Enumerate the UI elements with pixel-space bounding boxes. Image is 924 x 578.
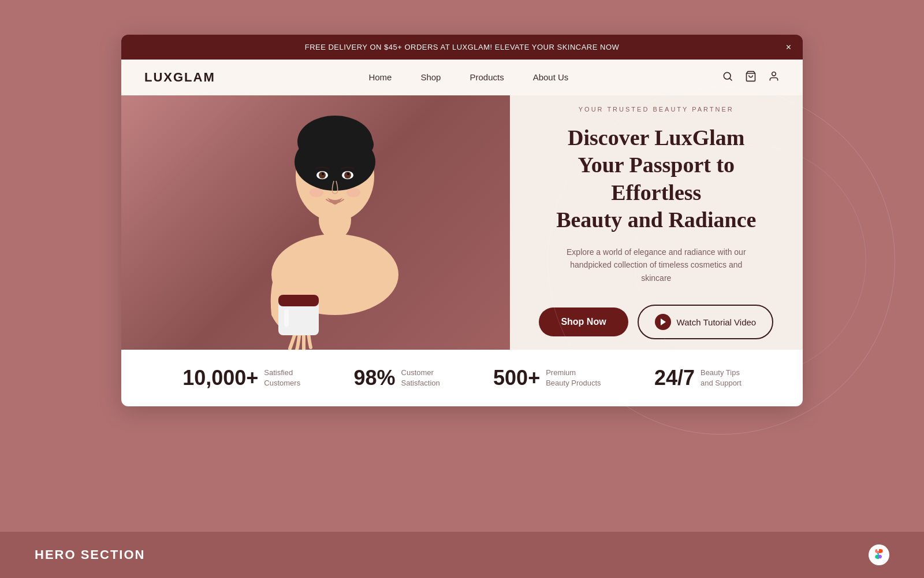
woman-illustration <box>237 107 433 350</box>
announcement-text: FREE DELIVERY ON $45+ ORDERS AT LUXGLAM!… <box>305 43 620 51</box>
svg-point-9 <box>348 133 374 156</box>
nav-link-home[interactable]: Home <box>368 72 392 82</box>
main-container: FREE DELIVERY ON $45+ ORDERS AT LUXGLAM!… <box>121 35 803 406</box>
logo: LUXGLAM <box>144 70 215 85</box>
hero-subtitle: YOUR TRUSTED BEAUTY PARTNER <box>579 106 734 113</box>
stat-label-support: Beauty Tipsand Support <box>701 368 742 388</box>
svg-point-0 <box>724 72 731 79</box>
header-icons <box>722 71 780 85</box>
nav-item-shop[interactable]: Shop <box>420 72 441 83</box>
hero-buttons: Shop Now Watch Tutorial Video <box>539 305 773 339</box>
svg-point-13 <box>344 172 351 179</box>
cart-icon[interactable] <box>745 71 757 85</box>
stat-item-support: 24/7 Beauty Tipsand Support <box>654 366 742 390</box>
hero-description: Explore a world of elegance and radiance… <box>564 246 748 284</box>
svg-point-12 <box>319 172 326 179</box>
svg-point-14 <box>322 173 324 175</box>
watch-tutorial-label: Watch Tutorial Video <box>677 317 757 327</box>
bottom-bar: HERO SECTION <box>0 532 924 578</box>
bottom-section-label: HERO SECTION <box>35 547 145 562</box>
nav-link-products[interactable]: Products <box>470 72 504 82</box>
header: LUXGLAM Home Shop Products About Us <box>121 60 803 95</box>
stat-label-customers: SatisfiedCustomers <box>264 368 300 388</box>
stat-item-customers: 10,000+ SatisfiedCustomers <box>182 366 300 390</box>
watch-tutorial-button[interactable]: Watch Tutorial Video <box>638 305 774 339</box>
svg-rect-19 <box>278 295 319 306</box>
stats-bar: 10,000+ SatisfiedCustomers 98% CustomerS… <box>121 350 803 406</box>
hero-content-panel: YOUR TRUSTED BEAUTY PARTNER Discover Lux… <box>510 95 803 350</box>
nav-link-shop[interactable]: Shop <box>420 72 441 82</box>
search-icon[interactable] <box>722 71 733 85</box>
stat-item-products: 500+ PremiumBeauty Products <box>493 366 601 390</box>
hero-image-placeholder <box>121 95 510 350</box>
figma-icon <box>869 544 889 565</box>
stat-label-satisfaction: CustomerSatisfaction <box>401 368 440 388</box>
stat-number-satisfaction: 98% <box>353 366 395 390</box>
play-icon <box>655 314 671 330</box>
stat-number-customers: 10,000+ <box>182 366 258 390</box>
user-icon[interactable] <box>768 71 780 85</box>
nav-item-products[interactable]: Products <box>470 72 504 83</box>
svg-rect-20 <box>284 309 289 327</box>
stat-number-support: 24/7 <box>654 366 695 390</box>
announcement-close-button[interactable]: × <box>786 43 791 52</box>
hero-title: Discover LuxGlamYour Passport to Effortl… <box>539 124 774 234</box>
nav-link-about[interactable]: About Us <box>533 72 569 82</box>
svg-point-3 <box>772 72 776 76</box>
nav-item-about[interactable]: About Us <box>533 72 569 83</box>
stat-item-satisfaction: 98% CustomerSatisfaction <box>353 366 439 390</box>
nav-item-home[interactable]: Home <box>368 72 392 83</box>
main-nav: Home Shop Products About Us <box>368 72 568 83</box>
svg-point-15 <box>347 173 349 175</box>
hero-section: YOUR TRUSTED BEAUTY PARTNER Discover Lux… <box>121 95 803 350</box>
play-triangle-icon <box>661 318 666 325</box>
announcement-bar: FREE DELIVERY ON $45+ ORDERS AT LUXGLAM!… <box>121 35 803 60</box>
nav-list: Home Shop Products About Us <box>368 72 568 83</box>
stat-label-products: PremiumBeauty Products <box>546 368 601 388</box>
hero-image-panel <box>121 95 510 350</box>
svg-point-16 <box>310 188 323 197</box>
svg-line-1 <box>730 78 732 80</box>
shop-now-button[interactable]: Shop Now <box>539 307 628 336</box>
stat-number-products: 500+ <box>493 366 540 390</box>
svg-point-17 <box>346 188 360 197</box>
